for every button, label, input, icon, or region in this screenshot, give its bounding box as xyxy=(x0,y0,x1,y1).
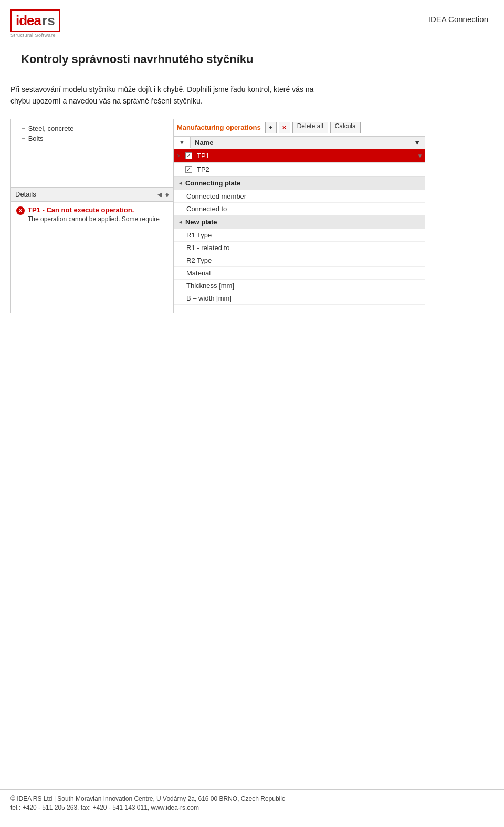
details-header: Details ◄ ♦ xyxy=(11,188,173,202)
intro-line1: Při sestavování modelu styčníku může doj… xyxy=(10,85,313,94)
logo-idea: idea xyxy=(16,13,41,29)
intro-text: Při sestavování modelu styčníku může doj… xyxy=(10,84,488,107)
logo-box: idea rs xyxy=(10,9,60,32)
intro-line2: chybu upozorní a navedou vás na správné … xyxy=(10,97,203,105)
error-desc: The operation cannot be applied. Some re… xyxy=(28,215,160,224)
dash-icon: – xyxy=(22,125,25,132)
left-panel: – Steel, concrete – Bolts Details ◄ ♦ xyxy=(11,119,174,313)
error-icon xyxy=(16,206,25,215)
footer-text-2: tel.: +420 - 511 205 263, fax: +420 - 54… xyxy=(10,804,199,811)
tree-item-steel: – Steel, concrete xyxy=(11,123,173,133)
name-header-row: ▼ Name ▼ xyxy=(174,137,425,149)
error-text: TP1 - Can not execute operation. The ope… xyxy=(28,206,160,224)
header: idea rs Structural Software IDEA Connect… xyxy=(0,0,504,38)
right-panel: Manufacturing operations + × Delete all … xyxy=(174,119,425,313)
triangle-icon-new-plate: ◄ xyxy=(178,219,183,225)
name-header-cell: Name ▼ xyxy=(191,137,425,149)
page-title: Kontroly správnosti navrhnutého styčníku xyxy=(10,38,494,73)
logo-subtitle: Structural Software xyxy=(10,33,56,38)
row-sort-tp1: ▼ xyxy=(415,153,425,159)
row-arrow-tp1: > xyxy=(174,153,183,159)
prop-group-label-connecting: Connecting plate xyxy=(185,179,240,187)
footer-line2: tel.: +420 - 511 205 263, fax: +420 - 54… xyxy=(10,804,494,811)
list-row-tp1[interactable]: > TP1 ▼ xyxy=(174,149,425,163)
screenshot-area: – Steel, concrete – Bolts Details ◄ ♦ xyxy=(10,119,425,313)
mfg-toolbar: Manufacturing operations + × Delete all … xyxy=(174,119,425,137)
calculate-button[interactable]: Calcula xyxy=(330,122,361,133)
row-name-tp2: TP2 xyxy=(194,163,415,176)
mfg-label: Manufacturing operations xyxy=(177,123,261,131)
prop-group-label-new-plate: New plate xyxy=(185,218,217,226)
tree-item-bolts: – Bolts xyxy=(11,133,173,143)
delete-all-button[interactable]: Delete all xyxy=(292,122,328,133)
details-panel: Details ◄ ♦ TP1 - Can not execute operat… xyxy=(11,188,173,231)
prop-item-material: Material xyxy=(174,267,425,280)
logo-rs: rs xyxy=(42,13,55,29)
add-button[interactable]: + xyxy=(265,122,277,133)
prop-item-thickness: Thickness [mm] xyxy=(174,280,425,292)
prop-item-connected-member: Connected member xyxy=(174,190,425,203)
tree-item-label: Steel, concrete xyxy=(28,125,74,132)
prop-group-new-plate[interactable]: ◄ New plate xyxy=(174,215,425,229)
content: Při sestavování modelu styčníku může doj… xyxy=(0,73,504,324)
prop-item-r1-related: R1 - related to xyxy=(174,242,425,254)
footer: © IDEA RS Ltd | South Moravian Innovatio… xyxy=(0,789,504,816)
tree-item-label-2: Bolts xyxy=(28,135,44,142)
prop-group-connecting-plate[interactable]: ◄ Connecting plate xyxy=(174,177,425,190)
footer-line1: © IDEA RS Ltd | South Moravian Innovatio… xyxy=(10,795,494,802)
details-pin[interactable]: ◄ ♦ xyxy=(156,190,169,199)
checkbox-tp2[interactable] xyxy=(185,166,192,173)
name-header-label: Name xyxy=(195,139,213,147)
dash-icon-2: – xyxy=(22,135,25,142)
pin-symbol: ◄ ♦ xyxy=(156,190,169,199)
delete-button[interactable]: × xyxy=(279,122,290,133)
logo-area: idea rs Structural Software xyxy=(10,9,60,38)
filter-cell: ▼ xyxy=(174,137,191,148)
tree-area: – Steel, concrete – Bolts xyxy=(11,119,173,188)
details-content: TP1 - Can not execute operation. The ope… xyxy=(11,202,173,231)
prop-item-r2-type: R2 Type xyxy=(174,254,425,267)
error-title: TP1 - Can not execute operation. xyxy=(28,206,160,214)
row-check-tp2[interactable] xyxy=(183,166,194,173)
triangle-icon-connecting: ◄ xyxy=(178,180,183,186)
app-title: IDEA Connection xyxy=(428,15,488,24)
filter-icon: ▼ xyxy=(179,139,185,146)
checkbox-tp1[interactable] xyxy=(185,152,192,159)
prop-item-b-width: B – width [mm] xyxy=(174,292,425,305)
name-sort-icon: ▼ xyxy=(414,139,421,147)
prop-tree: ◄ Connecting plate Connected member Conn… xyxy=(174,177,425,305)
row-name-tp1: TP1 xyxy=(194,149,415,162)
prop-item-r1-type: R1 Type xyxy=(174,229,425,242)
list-row-tp2[interactable]: TP2 xyxy=(174,163,425,177)
row-check-tp1[interactable] xyxy=(183,152,194,159)
prop-item-connected-to: Connected to xyxy=(174,203,425,215)
details-label: Details xyxy=(15,190,36,198)
error-item: TP1 - Can not execute operation. The ope… xyxy=(16,206,168,224)
footer-text-1: © IDEA RS Ltd | South Moravian Innovatio… xyxy=(10,795,285,802)
